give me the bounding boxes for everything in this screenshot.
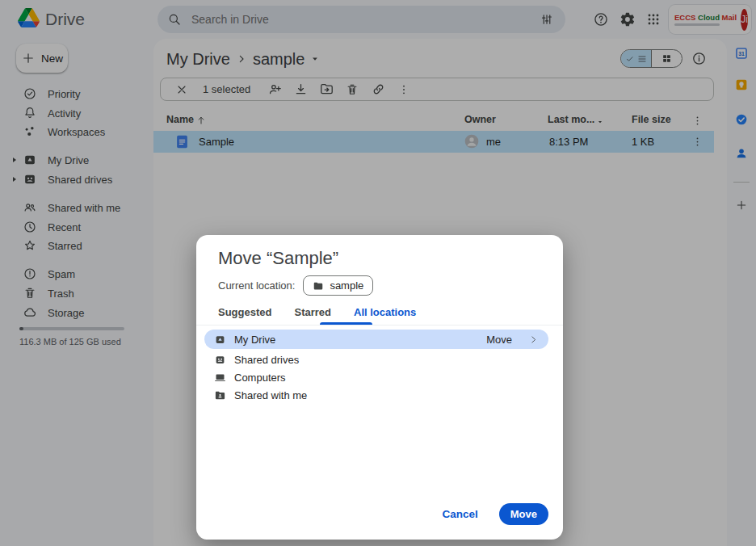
move-dialog: Move “Sample” Current location: sample S… — [196, 235, 563, 540]
location-row-computers[interactable]: Computers — [204, 368, 548, 387]
location-label: Computers — [234, 372, 286, 384]
current-location-label: Current location: — [218, 279, 295, 292]
tab-suggested[interactable]: Suggested — [218, 306, 271, 325]
current-location-chip-label: sample — [330, 279, 363, 292]
my-drive-icon — [214, 334, 226, 346]
shared-folder-icon — [214, 389, 226, 401]
dialog-tabs: Suggested Starred All locations — [218, 306, 416, 325]
cancel-button[interactable]: Cancel — [442, 508, 477, 520]
location-label: Shared with me — [234, 389, 307, 401]
folder-icon — [313, 280, 324, 292]
google-drive-app: Drive — [0, 0, 756, 546]
location-label: Shared drives — [234, 354, 299, 366]
current-location-chip[interactable]: sample — [303, 275, 373, 296]
dialog-title: Move “Sample” — [218, 248, 338, 269]
row-move-action[interactable]: Move — [486, 334, 512, 346]
move-button[interactable]: Move — [499, 503, 548, 525]
location-row-shared-drives[interactable]: Shared drives — [204, 350, 548, 369]
dialog-footer: Cancel Move — [442, 503, 548, 525]
tabs-divider — [196, 325, 563, 326]
current-location-row: Current location: sample — [218, 275, 373, 296]
location-label: My Drive — [234, 334, 275, 346]
shared-drives-icon — [214, 354, 226, 366]
computer-icon — [214, 372, 226, 384]
location-row-shared-with-me[interactable]: Shared with me — [204, 385, 548, 405]
chevron-right-icon[interactable] — [528, 334, 539, 345]
location-row-my-drive[interactable]: My Drive Move — [204, 330, 548, 349]
